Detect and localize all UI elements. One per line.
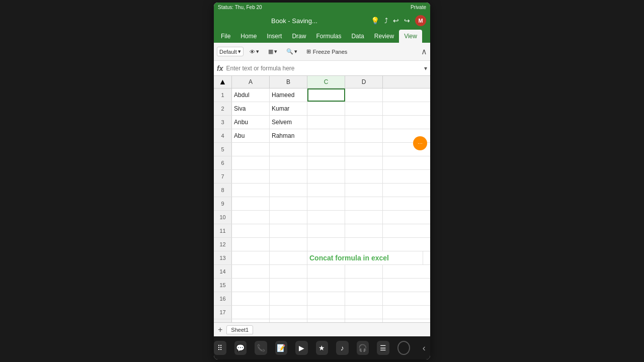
data-cell[interactable] (232, 211, 270, 224)
share-icon[interactable]: ⤴ (384, 17, 388, 25)
data-cell[interactable] (345, 184, 383, 197)
data-cell[interactable] (307, 116, 345, 129)
back-arrow-icon[interactable]: ‹ (418, 341, 431, 355)
data-cell[interactable]: Hameed (270, 88, 307, 102)
data-cell[interactable] (270, 279, 307, 292)
grid-nav-icon[interactable]: ⠿ (214, 341, 226, 355)
data-cell[interactable] (345, 156, 383, 169)
data-cell[interactable] (270, 224, 307, 237)
data-cell[interactable] (270, 184, 307, 197)
data-cell[interactable] (345, 88, 383, 102)
data-cell[interactable] (270, 306, 307, 319)
tab-formulas[interactable]: Formulas (311, 30, 346, 43)
floating-action-btn[interactable]: ⋯ (413, 136, 427, 150)
data-cell[interactable]: Concat formula in excel (307, 251, 423, 264)
data-cell[interactable] (423, 251, 430, 264)
data-cell[interactable]: Anbu (232, 116, 270, 129)
data-cell[interactable] (270, 251, 307, 264)
tab-review[interactable]: Review (369, 30, 399, 43)
tab-view[interactable]: View (399, 30, 422, 43)
data-cell[interactable] (232, 184, 270, 197)
undo-icon[interactable]: ↩ (393, 17, 399, 25)
corner-cell[interactable]: ▲ (214, 76, 232, 88)
data-cell[interactable] (345, 224, 383, 237)
data-cell[interactable] (232, 224, 270, 237)
data-cell[interactable] (307, 319, 345, 322)
data-cell[interactable] (307, 224, 345, 237)
data-cell[interactable] (270, 319, 307, 322)
data-cell[interactable] (307, 156, 345, 169)
data-cell[interactable] (232, 292, 270, 305)
col-header-c[interactable]: C (307, 76, 345, 88)
data-cell[interactable] (345, 197, 383, 210)
headset-icon[interactable]: 🎧 (357, 341, 369, 355)
lightbulb-icon[interactable]: 💡 (371, 17, 379, 25)
menu-icon[interactable]: ☰ (377, 341, 389, 355)
data-cell[interactable] (307, 306, 345, 319)
col-header-a[interactable]: A (232, 76, 270, 88)
data-cell[interactable] (345, 143, 383, 156)
data-cell[interactable] (232, 143, 270, 156)
star-icon[interactable]: ★ (316, 341, 329, 355)
avatar[interactable]: M (415, 15, 426, 26)
data-cell[interactable] (345, 265, 383, 278)
data-cell[interactable]: Kumar (270, 102, 307, 115)
freeze-panes-btn[interactable]: ⊞ Freeze Panes (303, 47, 350, 56)
data-cell[interactable] (345, 292, 383, 305)
data-cell[interactable] (270, 143, 307, 156)
home-circle-icon[interactable] (397, 341, 410, 355)
data-cell[interactable] (345, 102, 383, 115)
data-cell[interactable] (270, 170, 307, 183)
data-cell[interactable] (307, 129, 345, 142)
play-icon[interactable]: ▶ (295, 341, 308, 355)
data-cell[interactable]: Selvem (270, 116, 307, 129)
data-cell[interactable] (307, 197, 345, 210)
data-cell[interactable]: Abu (232, 129, 270, 142)
data-cell[interactable] (307, 265, 345, 278)
data-cell[interactable] (307, 143, 345, 156)
col-header-b[interactable]: B (270, 76, 307, 88)
data-cell[interactable] (232, 251, 270, 264)
tab-insert[interactable]: Insert (262, 30, 287, 43)
data-cell[interactable] (232, 238, 270, 251)
data-cell[interactable] (270, 156, 307, 169)
data-cell[interactable] (345, 279, 383, 292)
music-icon[interactable]: ♪ (336, 341, 349, 355)
data-cell[interactable] (307, 102, 345, 115)
data-cell[interactable] (345, 319, 383, 322)
data-cell[interactable] (270, 211, 307, 224)
search-toggle-btn[interactable]: 🔍 ▾ (283, 47, 300, 56)
formula-input[interactable] (226, 65, 421, 72)
data-cell[interactable] (307, 238, 345, 251)
view-mode-dropdown[interactable]: Default ▾ (217, 47, 244, 56)
eye-toggle-btn[interactable]: 👁 ▾ (247, 47, 262, 56)
data-cell[interactable] (345, 116, 383, 129)
data-cell[interactable]: Abdul (232, 88, 270, 102)
data-cell[interactable] (307, 279, 345, 292)
border-toggle-btn[interactable]: ▦ ▾ (265, 47, 280, 56)
data-cell[interactable] (345, 129, 383, 142)
data-cell[interactable] (232, 170, 270, 183)
data-cell[interactable] (232, 279, 270, 292)
redo-icon[interactable]: ↪ (404, 17, 410, 25)
data-cell[interactable] (270, 265, 307, 278)
data-cell[interactable] (232, 156, 270, 169)
data-cell[interactable] (307, 184, 345, 197)
data-cell[interactable]: Rahman (270, 129, 307, 142)
tab-home[interactable]: Home (235, 30, 262, 43)
data-cell[interactable] (345, 170, 383, 183)
collapse-ribbon-btn[interactable]: ∧ (421, 47, 427, 56)
data-cell[interactable] (307, 170, 345, 183)
tab-file[interactable]: File (216, 30, 235, 43)
data-cell[interactable] (232, 197, 270, 210)
data-cell[interactable] (232, 265, 270, 278)
data-cell[interactable] (270, 197, 307, 210)
formula-expand-icon[interactable]: ▾ (424, 65, 427, 72)
data-cell[interactable] (345, 306, 383, 319)
data-cell[interactable] (232, 306, 270, 319)
data-cell[interactable] (270, 238, 307, 251)
data-cell[interactable]: Siva (232, 102, 270, 115)
notes-icon[interactable]: 📝 (275, 341, 288, 355)
data-cell[interactable] (307, 88, 345, 102)
tab-data[interactable]: Data (346, 30, 369, 43)
